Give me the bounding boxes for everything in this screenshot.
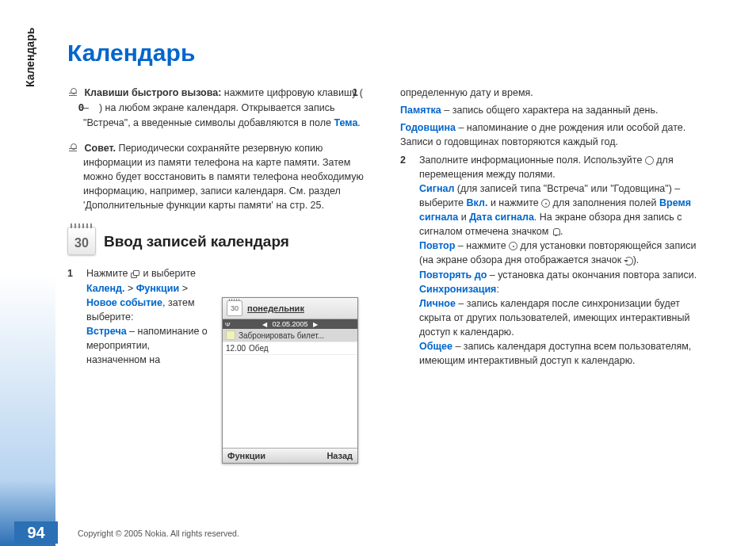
navkey-center-icon [541,199,550,208]
step1-text-b: и выберите [143,268,196,279]
next-arrow-icon: ▶ [313,321,318,328]
private-text: – запись календаря после синхронизации б… [419,298,689,338]
signal-date-link: Дата сигнала [469,212,534,223]
tip-shortcut: Клавиши быстрого вызова: нажмите цифрову… [67,86,376,130]
repeat-label: Повтор [419,240,455,251]
phone-item1-text: Забронировать билет... [239,331,324,340]
phone-date-bar: Ψ ◀ 02.05.2005 ▶ [223,319,357,329]
link-new-event: Новое событие [86,297,162,308]
side-section-label: Календарь [24,28,36,87]
gt2: > [179,283,188,294]
link-calendar: Календ. [86,283,124,294]
step-2-number: 2 [400,153,410,368]
step2-a: Заполните информационные поля. Используй… [419,155,645,166]
step-2: 2 Заполните информационные поля. Использ… [400,153,709,368]
public-label: Общее [419,341,452,352]
phone-entry-selected: Забронировать билет... [223,329,357,342]
note-icon [226,330,235,340]
right-column: определенную дату и время. Памятка – зап… [400,86,709,374]
meeting-label: Встреча [86,326,127,337]
prev-arrow-icon: ◀ [262,321,267,328]
signal-label: Сигнал [419,183,454,194]
tip1-dash: – [83,102,91,113]
copyright: Copyright © 2005 Nokia. All rights reser… [78,529,239,538]
memo-text: – запись общего характера на заданный де… [441,105,659,116]
signal-on: Вкл. [467,197,488,208]
navkey-icon [645,156,654,165]
phone-day-label: понедельник [247,304,304,313]
sync-label: Синхронизация [419,284,496,295]
signal-c: для заполнения полей [550,197,659,208]
private-label: Личное [419,298,456,309]
tip2-label: Совет. [84,143,115,154]
repeat-icon [624,257,633,265]
menu-key-icon [131,270,140,279]
phone-calendar-icon: 30 [227,300,242,316]
phone-item2-time: 12.00 [226,344,246,353]
phone-softkey-left: Функции [227,451,265,460]
step-1: 1 Нажмите и выберите Календ. > Функции >… [67,266,210,367]
page-content: Календарь Клавиши быстрого вызова: нажми… [67,40,741,515]
phone-softkeys: Функции Назад [223,448,357,463]
step1-text-a: Нажмите [86,268,131,279]
repeat-until-label: Повторять до [419,269,487,281]
tip1-link-theme: Тема [334,117,358,128]
repeat-until-text: – установка даты окончания повтора запис… [487,269,697,281]
tip2-text: Периодически сохраняйте резервную копию … [83,143,364,212]
calendar-icon: 30 [67,227,96,255]
phone-day-list: Забронировать билет... 12.00 Обед [223,329,357,448]
phone-item2-text: Обед [249,344,269,353]
tip-advice: Совет. Периодически сохраняйте резервную… [67,141,376,213]
page-title: Календарь [67,40,741,67]
phone-date: 02.05.2005 [272,320,307,328]
tip1-text-a: нажмите цифровую клавишу ( [221,87,365,98]
navkey-center-icon [509,242,517,250]
phone-softkey-right: Назад [326,451,353,460]
calendar-icon-day: 30 [68,234,95,252]
phone-header: 30 понедельник [223,298,357,319]
signal-b: и нажмите [487,197,541,208]
page-number: 94 [14,521,58,544]
tip1-text-c: . [357,117,360,128]
tip-icon [67,88,78,99]
line-datetime: определенную дату и время. [400,86,709,100]
repeat-a: – нажмите [455,240,509,251]
section-header: 30 Ввод записей календаря [67,227,376,255]
public-text: – запись календаря доступна всем пользов… [419,341,691,366]
step-1-number: 1 [67,266,77,367]
tip-icon [67,143,78,155]
link-functions: Функции [136,283,179,294]
signal-strength-icon: Ψ [225,321,231,328]
repeat-c: ). [633,254,640,265]
memo-label: Памятка [400,105,441,116]
signal-e: . [560,226,563,237]
signal-and: и [458,212,469,223]
sync-colon: : [496,284,498,295]
phone-screenshot: 30 понедельник Ψ ◀ 02.05.2005 ▶ Забронир… [222,297,358,464]
tip1-text-b: ) на любом экране календаря. Открывается… [83,102,335,128]
key-1-icon: 1 [365,86,370,101]
anniversary-label: Годовщина [400,122,456,133]
phone-entry: 12.00 Обед [223,342,357,355]
bell-icon [552,227,560,236]
tip1-label: Клавиши быстрого вызова: [84,87,221,98]
gt1: > [124,283,136,294]
section-title: Ввод записей календаря [104,231,289,253]
